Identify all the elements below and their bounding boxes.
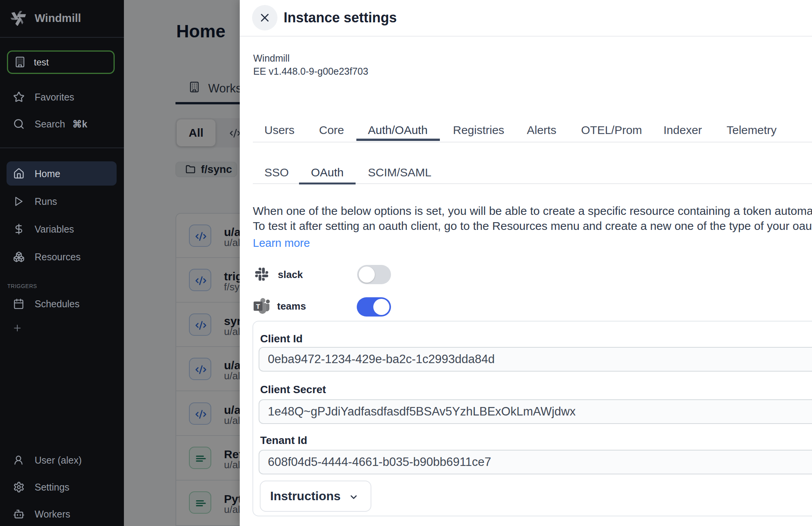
svg-text:T: T — [256, 303, 260, 310]
